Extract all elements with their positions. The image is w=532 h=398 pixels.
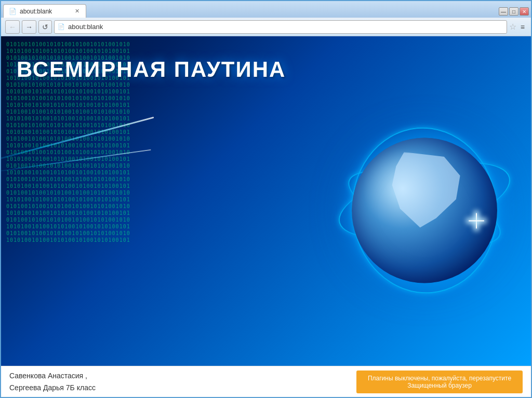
toolbar: ← → ↺ 📄 about:blank ☆ ≡ xyxy=(1,18,531,36)
browser-menu-button[interactable]: ≡ xyxy=(518,23,527,31)
author-info: Савенкова Анастасия , Сергеева Дарья 7Б … xyxy=(9,370,356,393)
window-controls: — □ ✕ xyxy=(499,7,529,18)
tab-label: about:blank xyxy=(20,8,52,15)
globe-sphere xyxy=(352,138,497,283)
binary-row: 0101001010010101001010010101001010 xyxy=(6,203,234,209)
binary-row: 0101001010010101001010010101001010 xyxy=(6,109,234,115)
binary-row: 0101001010010101001010010101001010 xyxy=(6,136,234,142)
address-bar[interactable]: 📄 about:blank xyxy=(54,20,507,34)
author-line-1: Савенкова Анастасия , xyxy=(9,370,356,381)
binary-row: 1010100101001010100101001010100101 xyxy=(6,89,234,94)
binary-row: 1010100101001010100101001010100101 xyxy=(6,224,234,229)
binary-row: 1010100101001010100101001010100101 xyxy=(6,102,234,108)
presentation-slide: 0101001010010101001010010101001010101010… xyxy=(1,36,531,366)
browser-window: 📄 about:blank ✕ — □ ✕ ← → ↺ 📄 about:blan… xyxy=(0,0,532,398)
binary-row: 1010100101001010100101001010100101 xyxy=(6,129,234,135)
binary-row: 1010100101001010100101001010100101 xyxy=(6,237,234,243)
content-area: 0101001010010101001010010101001010101010… xyxy=(1,36,531,397)
binary-row: 0101001010010101001010010101001010 xyxy=(6,82,234,88)
bookmark-star-button[interactable]: ☆ xyxy=(509,22,516,32)
active-tab[interactable]: 📄 about:blank ✕ xyxy=(3,4,86,18)
tab-close-button[interactable]: ✕ xyxy=(74,8,81,15)
binary-row: 1010100101001010100101001010100101 xyxy=(6,48,234,54)
lens-flare xyxy=(469,213,484,228)
back-button[interactable]: ← xyxy=(5,20,20,34)
forward-button[interactable]: → xyxy=(22,20,36,34)
binary-row: 1010100101001010100101001010100101 xyxy=(6,183,234,189)
binary-row: 1010100101001010100101001010100101 xyxy=(6,156,234,162)
globe-visual xyxy=(334,119,515,301)
close-button[interactable]: ✕ xyxy=(520,7,529,16)
bottom-bar: Савенкова Анастасия , Сергеева Дарья 7Б … xyxy=(1,366,531,397)
address-page-icon: 📄 xyxy=(58,23,65,30)
binary-row: 0101001010010101001010010101001010 xyxy=(6,190,234,196)
binary-row: 0101001010010101001010010101001010 xyxy=(6,176,234,182)
tab-bar: 📄 about:blank ✕ xyxy=(3,4,499,18)
binary-row: 0101001010010101001010010101001010 xyxy=(6,42,234,47)
binary-row: 1010100101001010100101001010100101 xyxy=(6,170,234,175)
slide-title: ВСЕМИРНАЯ ПАУТИНА xyxy=(17,57,427,82)
reload-button[interactable]: ↺ xyxy=(38,20,52,34)
binary-row: 0101001010010101001010010101001010 xyxy=(6,95,234,101)
binary-row: 0101001010010101001010010101001010 xyxy=(6,217,234,223)
binary-row: 0101001010010101001010010101001010 xyxy=(6,230,234,236)
address-text: about:blank xyxy=(68,23,503,31)
notification-bar: Плагины выключены, пожалуйста, перезапус… xyxy=(356,370,523,393)
title-bar: 📄 about:blank ✕ — □ ✕ xyxy=(1,1,531,18)
binary-row: 1010100101001010100101001010100101 xyxy=(6,210,234,216)
binary-row: 1010100101001010100101001010100101 xyxy=(6,197,234,202)
maximize-button[interactable]: □ xyxy=(509,7,518,16)
binary-background: 0101001010010101001010010101001010101010… xyxy=(1,36,240,366)
binary-row: 1010100101001010100101001010100101 xyxy=(6,116,234,121)
author-line-2: Сергеева Дарья 7Б класс xyxy=(9,382,356,393)
tab-page-icon: 📄 xyxy=(9,8,17,15)
minimize-button[interactable]: — xyxy=(499,7,508,16)
